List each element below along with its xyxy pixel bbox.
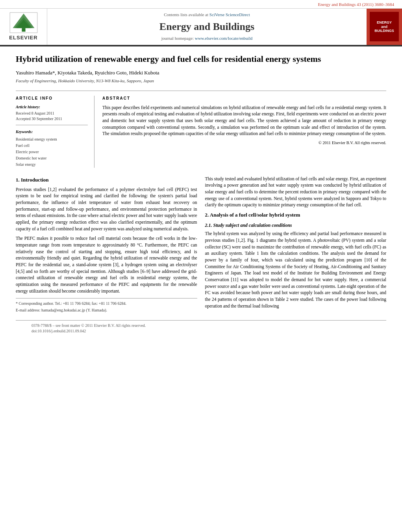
history-label: Article history: (16, 104, 88, 110)
elsevier-wordmark: ELSEVIER (9, 34, 37, 41)
body-columns: 1. Introduction Previous studies [1,2] e… (16, 176, 386, 314)
journal-title-area: Contents lists available at SciVerse Sci… (47, 9, 367, 44)
keyword-1: Residential energy system (16, 136, 88, 143)
bottom-copyright-bar: 0378-7788/$ – see front matter © 2011 El… (16, 320, 386, 334)
article-title: Hybrid utilization of renewable energy a… (16, 54, 386, 65)
received-date: Received 8 August 2011 (16, 111, 88, 116)
intro-para-1: Previous studies [1,2] evaluated the per… (16, 186, 197, 232)
intro-para-2: The PEFC makes it possible to reduce fue… (16, 235, 197, 294)
keyword-2: Fuel cell (16, 143, 88, 149)
abstract-copyright: © 2011 Elsevier B.V. All rights reserved… (102, 140, 386, 146)
article-history: Article history: Received 8 August 2011 … (16, 104, 88, 125)
body-right-column: This study tested and evaluated hybrid u… (205, 176, 387, 314)
footnote-star: * Corresponding author. Tel.: +81 11 706… (16, 301, 197, 307)
elsevier-logo-area: ELSEVIER (0, 9, 47, 44)
energy-buildings-logo: ENERGYandBUILDINGS (370, 12, 399, 41)
body-left-column: 1. Introduction Previous studies [1,2] e… (16, 176, 197, 314)
keywords-list: Residential energy system Fuel cell Elec… (16, 136, 88, 168)
elsevier-tree-icon (8, 12, 39, 33)
footnote-email: E-mail address: hamada@eng.hokudai.ac.jp… (16, 308, 197, 313)
keyword-4: Domestic hot water (16, 155, 88, 161)
journal-header: ELSEVIER Contents lists available at Sci… (0, 9, 402, 45)
section2-para: The hybrid system was analyzed by using … (205, 230, 387, 309)
keyword-5: Solar energy (16, 161, 88, 168)
section2-heading: 2. Analysis of a fuel cell/solar hybrid … (205, 211, 387, 219)
article-info-panel: ARTICLE INFO Article history: Received 8… (16, 96, 94, 168)
footnote-area: * Corresponding author. Tel.: +81 11 706… (16, 298, 197, 313)
journal-logo-right: ENERGYandBUILDINGS (367, 9, 402, 44)
subsection2-1-heading: 2.1. Study subject and calculation condi… (205, 222, 387, 229)
authors-text: Yasuhiro Hamada*, Kiyotaka Takeda, Ryuic… (16, 70, 159, 76)
journal-citation-bar: Energy and Buildings 43 (2011) 3680–3684 (0, 0, 402, 9)
journal-homepage: journal homepage: www.elsevier.com/locat… (161, 35, 252, 41)
section1-heading: 1. Introduction (16, 176, 197, 184)
energy-logo-text: ENERGYandBUILDINGS (374, 20, 394, 33)
abstract-title: ABSTRACT (102, 96, 386, 101)
right-intro-para: This study tested and evaluated hybrid u… (205, 176, 387, 208)
keyword-3: Electric power (16, 149, 88, 155)
journal-homepage-link[interactable]: www.elsevier.com/locate/enbuild (195, 36, 253, 41)
keywords-label: Keywords: (16, 129, 88, 135)
article-info-abstract-section: ARTICLE INFO Article history: Received 8… (16, 91, 386, 168)
sciverse-text: Contents lists available at SciVerse Sci… (164, 12, 250, 18)
article-info-title: ARTICLE INFO (16, 96, 88, 101)
sciverse-link[interactable]: SciVerse ScienceDirect (209, 12, 250, 17)
journal-title-main: Energy and Buildings (159, 20, 254, 34)
doi-line: doi:10.1016/j.enbuild.2011.09.042 (31, 328, 371, 334)
abstract-text: This paper describes field experiments a… (102, 104, 386, 137)
svg-rect-0 (22, 28, 25, 32)
journal-citation: Energy and Buildings 43 (2011) 3680–3684 (318, 2, 394, 7)
main-content: Hybrid utilization of renewable energy a… (0, 46, 402, 342)
article-affiliation: Faculty of Engineering, Hokkaido Univers… (16, 78, 386, 84)
elsevier-logo: ELSEVIER (8, 12, 39, 41)
accepted-date: Accepted 30 September 2011 (16, 116, 88, 122)
article-authors: Yasuhiro Hamada*, Kiyotaka Takeda, Ryuic… (16, 69, 386, 76)
abstract-section: ABSTRACT This paper describes field expe… (102, 96, 386, 168)
issn-line: 0378-7788/$ – see front matter © 2011 El… (31, 323, 371, 328)
